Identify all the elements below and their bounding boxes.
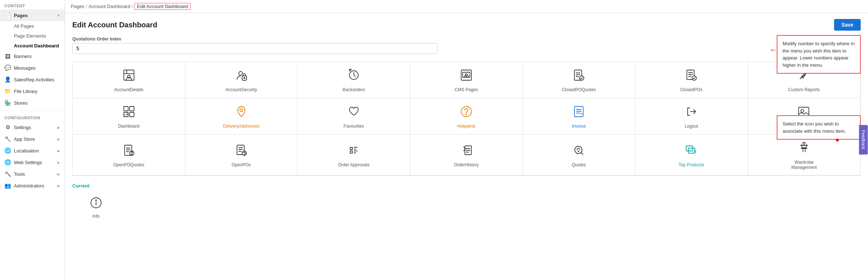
pages-icon: 📄 [4,12,11,19]
svg-point-6 [244,78,245,79]
svg-rect-24 [574,106,583,117]
svg-point-35 [578,151,579,152]
info-label: Info [92,214,100,219]
messages-icon: 💬 [4,65,11,71]
sidebar-item-administrators[interactable]: 👥 Administrators ▶ [0,180,65,191]
localisation-icon: 🌐 [4,147,11,154]
salesrep-icon: 👤 [4,76,11,83]
icon-cell-order-history[interactable]: OrderHistory [410,135,523,175]
tools-chevron-icon: ▶ [57,172,60,176]
icon-cell-account-details[interactable]: AccountDetails [73,62,185,98]
svg-point-42 [96,200,96,201]
banners-icon: 🖼 [4,53,11,59]
file-library-label: File Library [14,89,37,94]
localisation-label: Localisation [14,148,39,154]
icon-cell-helpdesk[interactable]: Helpdesk [410,98,523,135]
icon-cell-open-po-quotes[interactable]: OpenPOQuotes [73,135,185,175]
main-content: Pages / Account Dashboard / Edit Account… [65,0,868,279]
icon-cell-closed-po-quotes[interactable]: ClosedPOQuotes [523,62,635,98]
icon-cell-backorders[interactable]: Backorders [298,62,410,98]
icon-cell-open-pos[interactable]: OpenPOs [185,135,298,175]
account-security-icon [235,69,248,84]
svg-point-4 [239,71,242,75]
wardrobe-management-label: Wardrobe Management [791,160,817,170]
favourites-icon [347,105,360,121]
tooltip1-text: Modify number to specify where in the me… [783,41,854,68]
icon-cell-closed-pos[interactable]: ClosedPOs [635,62,748,98]
sidebar-item-file-library[interactable]: 📁 File Library [0,85,65,97]
helpdesk-label: Helpdesk [457,124,475,129]
backorders-label: Backorders [343,87,365,92]
icon-cell-account-security[interactable]: AccountSecurity [185,62,298,98]
favourites-label: Favourites [344,124,364,129]
icon-cell-quotes[interactable]: Quotes [523,135,635,175]
custom-reports-label: Custom Reports [788,87,820,92]
sidebar-item-web-settings[interactable]: 🌐 Web Settings ▶ [0,156,65,168]
feedback-tab[interactable]: Feedback [859,125,868,154]
icon-cell-order-approvals[interactable]: Order Approvals [298,135,410,175]
icon-cell-delivery-addresses[interactable]: DeliveryAddresses [185,98,298,135]
sidebar-item-pages[interactable]: 📄 Pages ▼ [0,9,65,21]
order-approvals-label: Order Approvals [338,162,370,167]
svg-rect-37 [688,148,695,153]
icon-cell-dashboard[interactable]: Dashboard [73,98,185,135]
wardrobe-management-icon [798,141,811,157]
app-store-label: App Store [14,136,35,142]
tools-icon: 🔨 [4,171,11,177]
icon-cell-top-products[interactable]: Top Products [635,135,748,175]
quotes-label: Quotes [572,162,586,167]
sidebar-item-page-elements[interactable]: Page Elements [0,31,65,41]
breadcrumb-pages[interactable]: Pages [71,4,84,9]
administrators-icon: 👥 [4,182,11,189]
sidebar-item-localisation[interactable]: 🌐 Localisation ▶ [0,145,65,156]
sidebar-item-all-pages[interactable]: All Pages [0,21,65,31]
backorders-icon [347,69,360,84]
app-store-chevron-icon: ▶ [57,137,60,141]
web-settings-icon: 🌐 [4,159,11,166]
account-details-label: AccountDetails [114,87,144,92]
top-products-label: Top Products [678,162,704,167]
web-settings-chevron-icon: ▶ [57,160,60,164]
icon-cell-invoice[interactable]: Invoice [523,98,635,135]
banners-label: Banners [14,54,31,59]
sidebar-item-settings[interactable]: ⚙ Settings ▶ [0,121,65,133]
invoice-icon [572,105,585,121]
sidebar-item-tools[interactable]: 🔨 Tools ▶ [0,168,65,180]
salesrep-label: SalesRep Activities [14,77,54,82]
order-approvals-icon [347,144,360,159]
open-po-quotes-label: OpenPOQuotes [113,162,144,167]
tooltip2-text: Select the icon you wish to associate wi… [783,121,846,134]
tooltip1-arrow: ← [769,45,777,55]
svg-rect-14 [124,106,128,111]
breadcrumb: Pages / Account Dashboard / Edit Account… [65,0,868,13]
localisation-chevron-icon: ▶ [57,149,60,153]
sidebar-item-salesrep[interactable]: 👤 SalesRep Activities [0,74,65,85]
svg-point-27 [801,109,804,112]
dashboard-icon [122,105,135,121]
delivery-addresses-icon [235,105,248,121]
page-header: Edit Account Dashboard Save [72,19,861,31]
breadcrumb-account-dashboard[interactable]: Account Dashboard [89,4,130,9]
icon-cell-logout[interactable]: Logout [635,98,748,135]
icon-cell-wardrobe-management[interactable]: Wardrobe Management [748,135,860,175]
info-icon [90,197,102,212]
icon-cell-cms-pages[interactable]: CMS Pages [410,62,523,98]
breadcrumb-edit-account-dashboard: Edit Account Dashboard [134,3,190,10]
sidebar-item-stores[interactable]: 🏪 Stores [0,97,65,109]
sidebar-item-messages[interactable]: 💬 Messages [0,62,65,74]
sidebar-item-app-store[interactable]: 🔧 App Store ▶ [0,133,65,145]
sidebar-item-account-dashboard[interactable]: Account Dashboard [0,41,65,51]
settings-label: Settings [14,125,31,130]
account-security-label: AccountSecurity [225,87,257,92]
sidebar-item-banners[interactable]: 🖼 Banners [0,51,65,62]
logout-label: Logout [685,124,698,129]
svg-point-30 [131,154,132,155]
icon-cell-favourites[interactable]: Favourites [298,98,410,135]
order-index-input[interactable] [72,43,437,54]
breadcrumb-sep-1: / [86,4,87,9]
current-icon-cell[interactable]: Info [72,191,120,224]
account-details-icon [122,69,135,84]
cms-pages-icon [460,69,473,84]
svg-rect-17 [130,112,134,117]
save-button[interactable]: Save [834,19,861,31]
